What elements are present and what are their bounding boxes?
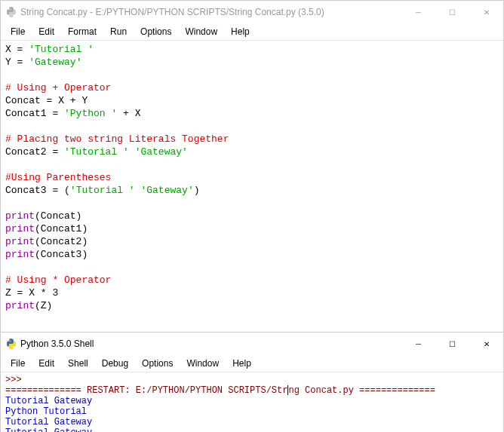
close-button[interactable]: ✕: [469, 332, 503, 355]
menu-file[interactable]: File: [4, 25, 32, 38]
code-token: print: [5, 223, 35, 234]
code-token: (Concat3): [35, 249, 88, 260]
code-comment: # Using * Operator: [5, 274, 111, 286]
code-token: + X: [117, 108, 140, 119]
close-button[interactable]: ✕: [469, 1, 503, 23]
code-comment: # Placing two string Literals Together: [5, 133, 229, 145]
menu-window[interactable]: Window: [178, 25, 224, 38]
code-token: = X + Y: [41, 95, 88, 106]
menu-window[interactable]: Window: [180, 357, 226, 370]
code-token: X: [5, 44, 11, 55]
menu-format[interactable]: Format: [61, 25, 103, 38]
code-token: (Concat): [35, 210, 81, 222]
code-comment: #Using Parentheses: [5, 172, 111, 183]
editor-titlebar[interactable]: String Concat.py - E:/PYTHON/PYTHON SCRI…: [1, 1, 503, 23]
code-token: print: [5, 300, 35, 311]
menu-edit[interactable]: Edit: [32, 357, 61, 370]
code-token: Concat2: [5, 146, 47, 158]
shell-restart: ng Concat.py ==============: [288, 385, 435, 396]
code-token: = (: [47, 185, 70, 196]
code-token: ): [194, 185, 200, 196]
shell-title: Python 3.5.0 Shell: [20, 339, 401, 349]
shell-window: Python 3.5.0 Shell ─ ☐ ✕ File Edit Shell…: [0, 332, 504, 432]
code-token: [129, 146, 135, 158]
code-token: =: [11, 57, 29, 68]
code-token: print: [5, 249, 35, 260]
code-token: 'Tutorial ': [29, 44, 94, 55]
svg-point-2: [9, 339, 10, 340]
code-token: 'Tutorial ': [64, 146, 129, 158]
code-token: 'Gateway': [135, 146, 188, 158]
minimize-button[interactable]: ─: [401, 332, 435, 355]
shell-output-line: Tutorial Gateway: [5, 396, 92, 406]
code-token: Concat: [5, 95, 41, 106]
code-token: Concat3: [5, 185, 47, 196]
shell-output-line: Python Tutorial: [5, 406, 92, 417]
python-icon: [5, 6, 17, 18]
menu-run[interactable]: Run: [103, 25, 134, 38]
code-token: 'Tutorial ': [70, 185, 135, 196]
code-token: (Z): [35, 300, 52, 311]
editor-window: String Concat.py - E:/PYTHON/PYTHON SCRI…: [0, 0, 504, 332]
shell-output-area[interactable]: >>> ============== RESTART: E:/PYTHON/PY…: [1, 372, 503, 432]
menu-debug[interactable]: Debug: [95, 357, 135, 370]
code-token: 'Gateway': [29, 57, 81, 68]
shell-output-line: Tutorial Gateway: [5, 417, 92, 427]
svg-point-3: [13, 348, 14, 348]
code-token: =: [47, 146, 64, 158]
menu-file[interactable]: File: [4, 357, 32, 370]
maximize-button[interactable]: ☐: [435, 332, 469, 355]
shell-titlebar[interactable]: Python 3.5.0 Shell ─ ☐ ✕: [1, 332, 503, 355]
code-token: 'Gateway': [140, 185, 193, 196]
menu-options[interactable]: Options: [134, 25, 178, 38]
minimize-button[interactable]: ─: [401, 1, 435, 23]
shell-output-line: Tutorial Gateway: [5, 427, 92, 432]
maximize-button[interactable]: ☐: [435, 1, 469, 23]
code-token: 'Python ': [64, 108, 117, 119]
code-token: =: [47, 108, 64, 119]
editor-title: String Concat.py - E:/PYTHON/PYTHON SCRI…: [20, 7, 401, 17]
menu-options[interactable]: Options: [135, 357, 180, 370]
menu-help[interactable]: Help: [226, 357, 258, 370]
shell-menubar: File Edit Shell Debug Options Window Hel…: [1, 355, 503, 372]
code-token: print: [5, 236, 35, 247]
code-token: = X *: [11, 287, 53, 299]
code-comment: # Using + Operator: [5, 82, 111, 93]
svg-point-0: [9, 8, 10, 8]
code-token: 3: [52, 287, 58, 299]
editor-window-controls: ─ ☐ ✕: [401, 1, 503, 23]
menu-help[interactable]: Help: [224, 25, 257, 38]
menu-edit[interactable]: Edit: [32, 25, 61, 38]
svg-point-1: [13, 16, 14, 17]
editor-code-area[interactable]: X = 'Tutorial ' Y = 'Gateway' # Using + …: [1, 41, 503, 314]
code-token: (Concat1): [35, 223, 88, 234]
code-token: =: [11, 44, 29, 55]
code-token: Y: [5, 57, 11, 68]
shell-restart: ============== RESTART: E:/PYTHON/PYTHON…: [5, 385, 287, 396]
python-icon: [5, 338, 17, 350]
code-token: (Concat2): [35, 236, 88, 247]
shell-window-controls: ─ ☐ ✕: [401, 332, 503, 355]
code-token: Concat1: [5, 108, 47, 119]
code-token: Z: [5, 287, 11, 299]
menu-shell[interactable]: Shell: [61, 357, 95, 370]
editor-menubar: File Edit Format Run Options Window Help: [1, 23, 503, 41]
shell-prompt: >>>: [5, 375, 27, 385]
code-token: print: [5, 210, 35, 222]
